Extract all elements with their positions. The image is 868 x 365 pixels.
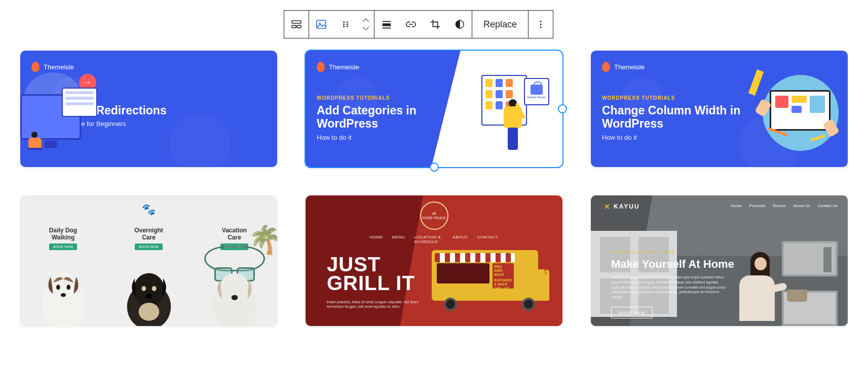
gallery-image[interactable]: Themeisle WORDPRESS WordPress Redirectio… bbox=[20, 51, 277, 167]
svg-point-6 bbox=[347, 21, 348, 23]
svg-point-9 bbox=[343, 26, 345, 27]
truck-illustration: BBQRIBSBEERBURGERS& BEERGRILLED KOLET bbox=[432, 250, 538, 310]
themeisle-logo-icon bbox=[317, 62, 325, 72]
svg-point-15 bbox=[540, 24, 542, 25]
card-title: Change Column Width in WordPress bbox=[602, 104, 746, 131]
svg-point-27 bbox=[138, 303, 159, 321]
svg-point-26 bbox=[145, 294, 152, 299]
svg-rect-11 bbox=[383, 21, 391, 22]
card-brand: Themeisle bbox=[602, 62, 645, 72]
book-now-button: BOOK NOW bbox=[135, 244, 163, 250]
duotone-filter-button[interactable] bbox=[447, 11, 472, 38]
svg-point-23 bbox=[133, 273, 164, 306]
svg-point-25 bbox=[152, 286, 156, 291]
pet-col-title: OvernightCare bbox=[134, 227, 163, 241]
resize-handle-bottom[interactable] bbox=[430, 163, 439, 172]
svg-point-8 bbox=[347, 24, 348, 25]
move-up-down[interactable] bbox=[358, 11, 374, 38]
more-options-button[interactable] bbox=[529, 11, 553, 38]
themeisle-logo-icon bbox=[602, 62, 610, 72]
gallery-grid: Themeisle WORDPRESS WordPress Redirectio… bbox=[20, 51, 848, 326]
svg-point-5 bbox=[343, 21, 345, 23]
image-block-button[interactable] bbox=[309, 11, 333, 38]
align-button[interactable] bbox=[374, 11, 399, 38]
site-nav: HomeProductsRoomsAbout UsContact Us bbox=[731, 204, 838, 208]
brand-label: Themeisle bbox=[329, 63, 359, 71]
svg-rect-3 bbox=[317, 20, 326, 28]
svg-point-21 bbox=[60, 293, 65, 297]
book-now-button: BOOK NOW bbox=[49, 244, 77, 250]
card-illustration bbox=[752, 70, 839, 156]
gallery-image[interactable]: 🐾 Daily DogWalking BOOK NOW OvernightCar… bbox=[20, 195, 277, 326]
card-subtitle: How to do it bbox=[317, 134, 461, 141]
gallery-image[interactable]: Themeisle WORDPRESS TUTORIALS Change Col… bbox=[591, 51, 848, 167]
card-eyebrow: WORDPRESS TUTORIALS bbox=[317, 95, 461, 101]
tag-label: Fashion Women bbox=[527, 96, 546, 99]
dog-image-icon bbox=[116, 260, 182, 326]
shop-now-button: SHOP NOW bbox=[611, 307, 653, 318]
svg-point-29 bbox=[219, 273, 250, 306]
foodtruck-badge-icon: 🚚FOOD TRUCK bbox=[420, 201, 448, 230]
svg-rect-12 bbox=[383, 23, 391, 26]
svg-point-14 bbox=[540, 21, 542, 22]
card-subtitle: How to do it bbox=[602, 134, 746, 141]
gallery-image-selected[interactable]: Themeisle WORDPRESS TUTORIALS Add Catego… bbox=[306, 51, 562, 167]
svg-point-10 bbox=[347, 26, 348, 27]
resize-handle-right[interactable] bbox=[558, 104, 567, 113]
card-brand: Themeisle bbox=[317, 62, 359, 72]
parent-gallery-block-button[interactable] bbox=[284, 11, 309, 38]
svg-rect-0 bbox=[292, 21, 301, 23]
block-toolbar: Replace bbox=[284, 10, 553, 38]
card-title: Add Categories in WordPress bbox=[317, 104, 461, 131]
pet-col-title: VacationCare bbox=[222, 227, 247, 241]
pet-logo-icon: 🐾 bbox=[20, 195, 277, 224]
brand-label: Themeisle bbox=[614, 63, 645, 71]
dog-image-icon bbox=[202, 260, 268, 326]
hero-lorem: Vestibulum, diam vulputate amet cras in … bbox=[611, 275, 728, 300]
site-nav: HOMEMENULOCATION & SCHEDULEABOUTCONTACT bbox=[370, 235, 499, 244]
gallery-image[interactable]: 🚚FOOD TRUCK HOMEMENULOCATION & SCHEDULEA… bbox=[306, 195, 562, 326]
hero-title: Make Yourself At Home bbox=[611, 258, 734, 271]
drag-handle[interactable] bbox=[333, 11, 358, 38]
svg-rect-1 bbox=[292, 25, 296, 28]
svg-point-19 bbox=[56, 285, 60, 290]
svg-point-20 bbox=[66, 285, 70, 290]
svg-point-7 bbox=[343, 24, 345, 25]
svg-point-24 bbox=[141, 286, 146, 291]
hero-eyebrow: KAYUU FURNITURE STORE bbox=[611, 250, 734, 255]
link-button[interactable] bbox=[399, 11, 423, 38]
kayuu-logo: ✕KAYUU bbox=[604, 202, 640, 211]
hero-lorem: Etiam pharetra, tellus sit amet congue v… bbox=[327, 300, 428, 309]
crop-button[interactable] bbox=[423, 11, 447, 38]
dog-image-icon bbox=[30, 260, 96, 326]
svg-rect-13 bbox=[383, 27, 391, 28]
hero-line: GRILL IT bbox=[327, 274, 428, 293]
card-eyebrow: WORDPRESS TUTORIALS bbox=[602, 95, 746, 101]
card-illustration: Fashion Women bbox=[467, 70, 553, 161]
gallery-image[interactable]: ✕KAYUU HomeProductsRoomsAbout UsContact … bbox=[591, 195, 848, 326]
svg-point-16 bbox=[540, 26, 542, 28]
pet-col-title: Daily DogWalking bbox=[49, 227, 77, 241]
svg-point-18 bbox=[49, 272, 78, 306]
card-illustration bbox=[20, 70, 106, 162]
replace-button[interactable]: Replace bbox=[472, 11, 528, 38]
hero-line: JUST bbox=[327, 255, 428, 274]
svg-point-30 bbox=[231, 295, 238, 300]
svg-rect-2 bbox=[297, 25, 301, 28]
